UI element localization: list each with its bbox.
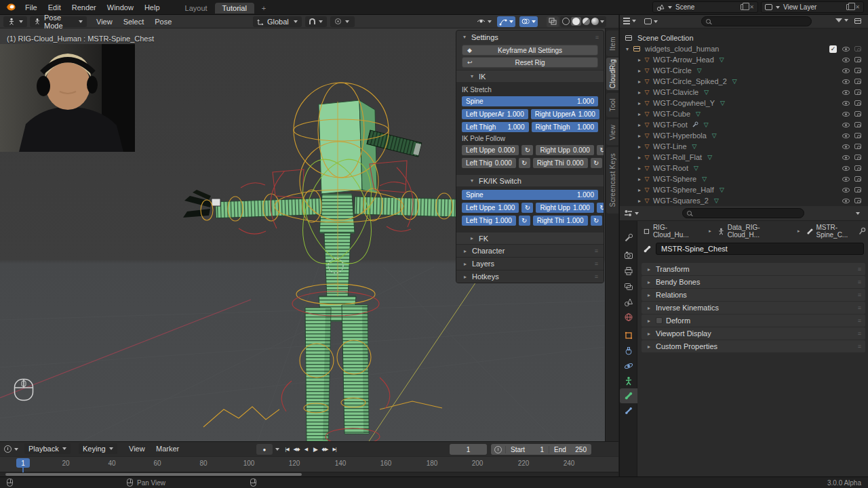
- collection-checkbox[interactable]: ✓: [829, 45, 837, 53]
- end-frame-field[interactable]: End250: [549, 446, 591, 453]
- tab-cloudrig[interactable]: CloudRig: [606, 58, 618, 90]
- editor-type-button[interactable]: [3, 16, 27, 27]
- workspace-tab-tutorial[interactable]: Tutorial: [215, 3, 254, 14]
- outliner-row-wgt[interactable]: ▸▽WGT-Root▽: [620, 163, 868, 174]
- panel-custom-properties[interactable]: ▸Custom Properties≡: [642, 340, 865, 352]
- timeline-ruler[interactable]: 20 40 60 80 100 120 140 160 180 200 220 …: [0, 456, 618, 472]
- render-camera-icon[interactable]: [854, 79, 861, 84]
- deform-checkbox[interactable]: [656, 317, 663, 324]
- outliner-search-input[interactable]: [701, 16, 812, 26]
- hide-eye-icon[interactable]: [842, 177, 850, 182]
- fkik-left-thigh-slider[interactable]: Left Thig1.000: [462, 216, 516, 226]
- outliner-display-mode-button[interactable]: [623, 18, 636, 24]
- character-panel-header[interactable]: ▸ Character≡: [456, 244, 604, 257]
- hide-eye-icon[interactable]: [842, 68, 850, 73]
- reset-rig-button[interactable]: ↩ Reset Rig: [462, 57, 598, 68]
- tab-object-data[interactable]: [620, 373, 637, 388]
- tab-bone[interactable]: [620, 388, 637, 403]
- snap-button[interactable]: [305, 16, 327, 27]
- hide-eye-icon[interactable]: [842, 101, 850, 106]
- overlays-button[interactable]: [519, 16, 538, 27]
- pole-right-upperarm-slider[interactable]: Right Upp0.000: [536, 145, 594, 155]
- outliner-row-wgt[interactable]: ▸▽WGT-Sphere_Half▽: [620, 184, 868, 195]
- outliner-filter-type-button[interactable]: [644, 18, 658, 24]
- tab-view[interactable]: View: [606, 119, 618, 145]
- render-camera-icon[interactable]: [854, 111, 861, 117]
- refresh-icon[interactable]: ↻: [519, 158, 530, 168]
- properties-search-input[interactable]: [682, 208, 804, 218]
- expand-icon[interactable]: ▸: [636, 122, 643, 128]
- render-camera-icon[interactable]: [854, 198, 861, 203]
- jump-to-end-button[interactable]: ▶|: [330, 444, 339, 454]
- pole-left-thigh-slider[interactable]: Left Thig0.000: [462, 158, 516, 168]
- outliner-row-wgt[interactable]: ▸▽WGT-Hyperbola▽: [620, 130, 868, 141]
- outliner-row-wgt[interactable]: ▸▽WGT-Line▽: [620, 141, 868, 152]
- refresh-icon[interactable]: ↻: [597, 145, 604, 155]
- fkik-spine-slider[interactable]: Spine1.000: [462, 190, 598, 200]
- menu-pose[interactable]: Pose: [149, 18, 177, 26]
- auto-keying-record-button[interactable]: ●: [256, 444, 273, 455]
- refresh-icon[interactable]: ↻: [521, 203, 533, 213]
- shading-rendered-button[interactable]: [591, 18, 599, 25]
- transform-orientation-selector[interactable]: Global: [253, 16, 302, 27]
- render-camera-icon[interactable]: [854, 122, 861, 127]
- workspace-tab-layout[interactable]: Layout: [178, 3, 215, 14]
- tab-object[interactable]: [620, 328, 637, 343]
- tab-render[interactable]: [620, 248, 637, 263]
- jump-to-start-button[interactable]: |◀: [282, 444, 292, 454]
- unlink-scene-icon[interactable]: ✕: [749, 4, 754, 10]
- panel-bendy-bones[interactable]: ▸Bendy Bones≡: [642, 276, 865, 288]
- render-camera-icon[interactable]: [854, 68, 861, 73]
- bone-name-input[interactable]: [656, 243, 864, 255]
- remove-view-layer-icon[interactable]: ✕: [855, 4, 860, 10]
- breadcrumb-armature[interactable]: Data_RIG-Cloud_H...: [717, 224, 791, 239]
- viewport-3d[interactable]: (1) RIG-Cloud_Human : MSTR-Spine_Chest ▾…: [0, 28, 618, 441]
- tab-view-layer[interactable]: [620, 279, 637, 294]
- render-camera-icon[interactable]: [854, 155, 861, 160]
- refresh-icon[interactable]: ↻: [597, 203, 604, 213]
- hide-eye-icon[interactable]: [842, 166, 850, 171]
- ik-stretch-left-upperarm-slider[interactable]: Left UpperAr1.000: [462, 109, 528, 119]
- ik-stretch-spine-slider[interactable]: Spine1.000: [462, 96, 598, 106]
- fkik-left-upperarm-slider[interactable]: Left Uppe1.000: [462, 203, 519, 213]
- next-keyframe-button[interactable]: ◆▶: [320, 444, 330, 454]
- layers-panel-header[interactable]: ▸ Layers≡: [456, 257, 604, 270]
- copy-scene-icon[interactable]: [741, 4, 746, 10]
- pole-right-thigh-slider[interactable]: Right Thi0.000: [533, 158, 588, 168]
- hide-eye-icon[interactable]: [842, 155, 850, 160]
- timeline-scrollbar[interactable]: [5, 473, 302, 476]
- outliner-row-wgt[interactable]: ▸▽WGT-Foot▽: [620, 119, 868, 130]
- hide-eye-icon[interactable]: [842, 58, 850, 62]
- expand-icon[interactable]: ▸: [636, 187, 643, 193]
- outliner-row-wgt[interactable]: ▸▽WGT-Circle▽: [620, 65, 868, 76]
- hide-eye-icon[interactable]: [842, 123, 850, 127]
- outliner-row-wgt[interactable]: ▸▽WGT-Circle_Spiked_2▽: [620, 76, 868, 87]
- ik-stretch-right-thigh-slider[interactable]: Right Thigh1.000: [532, 122, 599, 132]
- render-camera-icon[interactable]: [854, 165, 861, 171]
- menu-marker[interactable]: Marker: [151, 445, 184, 453]
- ik-panel-header[interactable]: ▾ IK: [456, 70, 604, 82]
- render-camera-icon[interactable]: [854, 187, 861, 192]
- expand-icon[interactable]: ▸: [636, 165, 643, 171]
- tab-world[interactable]: [620, 310, 637, 325]
- refresh-icon[interactable]: ↻: [521, 145, 533, 155]
- pole-left-upperarm-slider[interactable]: Left Uppe0.000: [462, 145, 519, 155]
- outliner-row-wgt[interactable]: ▸▽WGT-Roll_Flat▽: [620, 152, 868, 163]
- render-camera-icon[interactable]: [854, 176, 861, 182]
- fkik-right-upperarm-slider[interactable]: Right Upp1.000: [536, 203, 594, 213]
- tab-physics[interactable]: [620, 359, 637, 373]
- expand-icon[interactable]: ▸: [636, 89, 643, 96]
- tab-tool[interactable]: Tool: [606, 93, 618, 117]
- chevron-down-icon[interactable]: [275, 448, 279, 451]
- outliner-row-wgt[interactable]: ▸▽WGT-Cogwheel_Y▽: [620, 98, 868, 108]
- keyframe-all-settings-button[interactable]: ◆ Keyframe All Settings: [462, 45, 598, 56]
- hide-eye-icon[interactable]: [842, 144, 850, 149]
- add-workspace-button[interactable]: +: [254, 3, 273, 14]
- scene-selector[interactable]: Scene ✕: [652, 1, 758, 13]
- expand-icon[interactable]: ▸: [636, 57, 643, 63]
- fkik-right-thigh-slider[interactable]: Right Thi1.000: [533, 216, 588, 226]
- tab-scene[interactable]: [620, 295, 637, 310]
- new-collection-button[interactable]: [854, 17, 861, 25]
- expand-icon[interactable]: ▸: [636, 144, 643, 150]
- refresh-icon[interactable]: ↻: [591, 158, 602, 168]
